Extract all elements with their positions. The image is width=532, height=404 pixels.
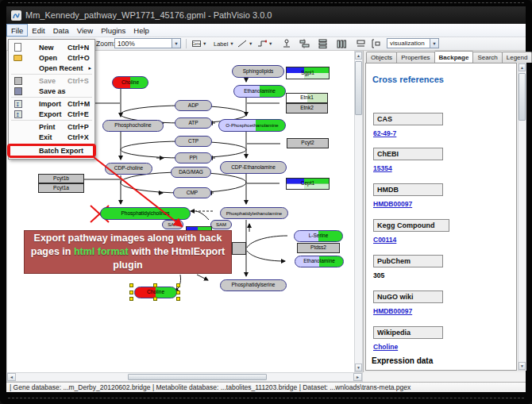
scrollbar-thumb[interactable] [355, 61, 362, 115]
chevron-down-icon[interactable]: ▼ [249, 41, 253, 46]
xref-link[interactable]: 15354 [373, 164, 443, 172]
line-tool-icon [237, 40, 247, 48]
distribute-rows-button[interactable] [315, 38, 330, 49]
distribute-vertical-icon [318, 39, 328, 48]
distribute-columns-button[interactable] [334, 38, 349, 49]
chevron-down-icon[interactable]: ▼ [229, 41, 233, 46]
stack-button[interactable] [353, 38, 368, 49]
xref-link[interactable]: HMDB00097 [373, 307, 443, 315]
menu-bar: File Edit Data View Plugins Help [6, 24, 526, 37]
expression-data-heading: Expression data [372, 356, 433, 365]
bracket-button[interactable] [368, 38, 384, 49]
panel-vertical-scrollbar[interactable]: ▲ ▼ [518, 63, 526, 371]
scroll-down-icon[interactable]: ▼ [355, 364, 362, 371]
xref-link[interactable]: C00114 [373, 236, 443, 244]
zoom-value: 100% [115, 40, 172, 48]
label-tool-text: Label [214, 40, 228, 48]
visualization-combobox[interactable]: visualization ▼ [387, 38, 439, 48]
menu-file[interactable]: File [6, 24, 28, 37]
menu-edit[interactable]: Edit [28, 24, 48, 37]
align-center-button[interactable] [297, 38, 312, 49]
xref-link[interactable]: HMDB00097 [373, 200, 443, 208]
side-panel: Objects Properties Backpage Search Legen… [363, 51, 526, 372]
frame-bottom-dash [8, 398, 524, 398]
canvas-vertical-scrollbar[interactable]: ▲ ▼ [354, 51, 363, 372]
scroll-down-icon[interactable]: ▼ [519, 362, 526, 370]
canvas-horizontal-scrollbar[interactable]: ◄ ► [6, 372, 363, 382]
stamp-icon [282, 39, 292, 48]
xref-header: PubChem [373, 255, 443, 267]
scroll-up-icon[interactable]: ▲ [519, 63, 526, 71]
scrollbar-thumb[interactable] [128, 374, 267, 380]
gene-node-tool-button[interactable]: Gene ▼ [190, 38, 209, 49]
annotation-callout: Export pathway images along with back pa… [24, 230, 232, 274]
xref-header: CAS [373, 113, 443, 125]
menu-view[interactable]: View [73, 24, 97, 37]
scrollbar-thumb[interactable] [519, 73, 526, 121]
chevron-down-icon[interactable]: ▼ [430, 39, 438, 48]
label-tool-button[interactable]: Label ▼ [211, 38, 237, 49]
status-bar: | Gene database: ...m_Derby_20120602.bri… [6, 382, 526, 392]
chevron-down-icon[interactable]: ▼ [202, 41, 206, 46]
red-annotation-arrow [94, 157, 182, 226]
align-anchor-button[interactable] [279, 38, 295, 49]
backpage-content: Cross references CAS 62-49-7 ChEBI 15354… [365, 63, 517, 371]
annotation-arrow-layer [6, 51, 354, 372]
line-tool-button[interactable]: ▼ [235, 38, 255, 49]
zoom-label: Zoom: [96, 40, 115, 48]
xref-header: Kegg Compound [373, 219, 449, 232]
xref-header: ChEBI [373, 148, 443, 160]
xref-link[interactable]: Choline [373, 343, 443, 351]
cross-references-heading: Cross references [372, 75, 516, 84]
gene-node-icon: Gene [192, 40, 201, 47]
xref-section-kegg: Kegg Compound C00114 [373, 219, 443, 244]
xref-section-pubchem: PubChem 305 [373, 255, 443, 279]
xref-section-hmdb: HMDB HMDB00097 [373, 183, 443, 208]
xref-header: Wikipedia [373, 326, 443, 339]
scroll-right-icon[interactable]: ► [353, 373, 362, 381]
title-bar[interactable]: Mm_Kennedy_pathway_WP1771_45176.gpml - P… [6, 6, 526, 24]
scroll-up-icon[interactable]: ▲ [355, 52, 362, 60]
side-panel-tabs: Objects Properties Backpage Search Legen… [366, 52, 531, 63]
bracket-icon [371, 39, 381, 48]
xref-header: NuGO wiki [373, 290, 443, 303]
distribute-horizontal-icon [337, 39, 347, 48]
xref-value: 305 [373, 271, 443, 279]
frame-top-dash [8, 2, 524, 3]
menu-help[interactable]: Help [129, 24, 153, 37]
stack-icon [356, 39, 366, 48]
tab-backpage[interactable]: Backpage [434, 51, 474, 62]
application-window-frame: Mm_Kennedy_pathway_WP1771_45176.gpml - P… [0, 0, 532, 404]
pathvisio-app-icon [11, 10, 21, 21]
callout-highlight-text: html format [74, 246, 129, 257]
zoom-combobox[interactable]: 100% ▼ [114, 38, 181, 48]
tab-objects[interactable]: Objects [366, 52, 397, 63]
xref-section-cas: CAS 62-49-7 [373, 113, 443, 137]
align-center-icon [299, 39, 310, 48]
callout-text: with the HtmlExport plugin [113, 246, 225, 271]
scroll-left-icon[interactable]: ◄ [7, 373, 16, 381]
xref-header: HMDB [373, 183, 443, 196]
shape-tool-button[interactable]: ▼ [255, 38, 275, 49]
visualization-value: visualization [387, 40, 430, 47]
pathvisio-window: Mm_Kennedy_pathway_WP1771_45176.gpml - P… [6, 6, 526, 392]
xref-section-chebi: ChEBI 15354 [373, 148, 443, 172]
chevron-down-icon[interactable]: ▼ [172, 39, 180, 48]
menu-plugins[interactable]: Plugins [97, 24, 129, 37]
tab-legend[interactable]: Legend [502, 52, 532, 63]
xref-section-wikipedia: Wikipedia Choline [373, 326, 443, 351]
xref-section-nugo: NuGO wiki HMDB00097 [373, 290, 443, 315]
menu-data[interactable]: Data [49, 24, 73, 37]
toolbar-separator [186, 39, 187, 48]
xref-link[interactable]: 62-49-7 [373, 129, 443, 137]
shape-tool-icon [257, 40, 267, 48]
tab-properties[interactable]: Properties [396, 52, 434, 63]
tab-search[interactable]: Search [472, 52, 502, 63]
status-bar-text: | Gene database: ...m_Derby_20120602.bri… [10, 383, 411, 391]
chevron-down-icon[interactable]: ▼ [268, 41, 272, 46]
window-title: Mm_Kennedy_pathway_WP1771_45176.gpml - P… [25, 10, 272, 20]
